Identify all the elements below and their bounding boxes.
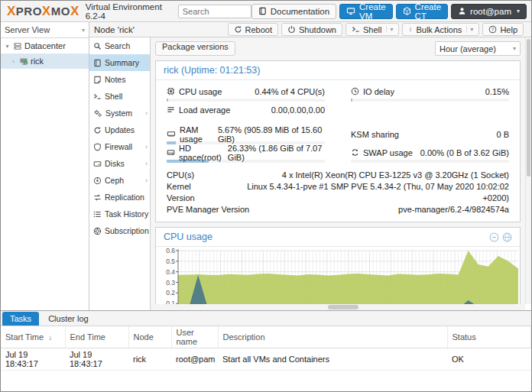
timeframe-select[interactable]: Hour (average) ▾ <box>435 41 521 56</box>
vertical-scrollbar-thumb[interactable] <box>527 39 530 177</box>
globe-icon[interactable] <box>502 232 512 242</box>
note-icon <box>93 76 102 84</box>
top-bar: XPROXMOX Virtual Environment 6.2-4 Docum… <box>1 1 531 22</box>
menu-item-replication[interactable]: Replication <box>89 189 150 206</box>
action-label: Reboot <box>245 25 272 34</box>
menu-item-notes[interactable]: Notes <box>89 71 150 88</box>
column-header-status[interactable]: Status <box>447 326 531 348</box>
action-label: Shell <box>363 25 381 34</box>
menu-item-label: Updates <box>105 125 135 134</box>
svg-text:?: ? <box>491 27 495 32</box>
menu-item-label: Disks <box>105 159 125 168</box>
column-header-user-name[interactable]: User name <box>171 326 218 348</box>
cpu-usage-chart-panel: CPU usage 00.10.20.30.40.50.62020-07-191… <box>155 227 521 304</box>
menu-item-updates[interactable]: Updates <box>89 121 150 138</box>
info-cpu-s-: CPU(s) 4 x Intel(R) Xeon(R) CPU E3-1225 … <box>167 170 509 181</box>
table-row[interactable]: Jul 19 18:43:17Jul 19 18:43:17rickroot@p… <box>1 348 531 371</box>
tree-item-label: rick <box>31 57 44 66</box>
minus-circle-icon[interactable] <box>489 232 499 242</box>
tree-item-datacenter[interactable]: ▾ Datacenter <box>1 38 89 53</box>
stat-value: 0.44% of 4 CPU(s) <box>255 87 325 96</box>
menu-item-label: Summary <box>105 58 139 67</box>
menu-item-firewall[interactable]: Firewall› <box>89 138 150 155</box>
bars-icon <box>167 105 175 114</box>
tree-item-rick[interactable]: › rick <box>1 53 89 69</box>
node-menu: Search Summary Notes Shell System› Updat… <box>89 37 151 310</box>
reboot-button[interactable]: Reboot <box>228 23 278 36</box>
column-header-end-time[interactable]: End Time <box>65 326 128 348</box>
logo-x3: X <box>70 4 79 18</box>
menu-item-search[interactable]: Search <box>89 37 150 54</box>
tab-cluster-log[interactable]: Cluster log <box>41 312 96 326</box>
expander-icon[interactable]: › <box>10 58 17 65</box>
logo-x2: X <box>42 4 51 18</box>
user-menu-button[interactable]: root@pam ▾ <box>451 4 527 19</box>
package-versions-button[interactable]: Package versions <box>155 41 235 56</box>
menu-item-label: Subscription <box>105 226 149 235</box>
refresh-icon <box>93 126 102 134</box>
stat-label: RAM usage <box>180 125 218 144</box>
stat-ksm-sharing: KSM sharing 0 B <box>351 128 509 147</box>
expander-icon[interactable]: ▾ <box>4 43 11 50</box>
menu-item-label: Shell <box>105 92 122 101</box>
column-header-description[interactable]: Description <box>218 326 447 348</box>
menu-item-summary[interactable]: Summary <box>89 54 150 71</box>
stat-progress-bar <box>351 99 509 102</box>
horizontal-scrollbar-thumb[interactable] <box>328 305 358 309</box>
global-search-input[interactable] <box>178 5 251 18</box>
disk-icon <box>93 160 102 168</box>
stat-swap-usage: SWAP usage 0.00% (0 B of 3.62 GiB) <box>351 147 509 165</box>
stat-value: 0.00% (0 B of 3.62 GiB) <box>420 148 509 157</box>
create-ct-label: Create CT <box>415 2 442 21</box>
svg-text:0.6: 0.6 <box>166 248 175 254</box>
column-header-node[interactable]: Node <box>128 326 171 348</box>
bulk-actions-button[interactable]: Bulk Actions▾ <box>402 23 479 36</box>
shell-button[interactable]: Shell▾ <box>345 23 399 36</box>
shield-icon <box>93 143 102 151</box>
create-vm-label: Create VM <box>359 2 386 21</box>
node-title: Node 'rick' <box>94 25 135 34</box>
menu-item-subscription[interactable]: Subscription <box>89 222 150 239</box>
menu-item-shell[interactable]: Shell <box>89 88 150 105</box>
table-cell: Jul 19 18:43:17 <box>1 348 65 371</box>
stat-value: 0.15% <box>485 87 509 96</box>
menu-item-system[interactable]: System› <box>89 105 150 121</box>
power-icon <box>287 25 296 34</box>
chevron-down-icon: ▾ <box>82 27 85 34</box>
stat-value: 0 B <box>496 130 509 139</box>
list-icon <box>93 210 102 219</box>
documentation-button[interactable]: Documentation <box>251 4 336 19</box>
tab-tasks[interactable]: Tasks <box>2 312 39 326</box>
menu-item-label: Replication <box>105 193 144 202</box>
clock-icon <box>351 87 359 96</box>
menu-item-label: Search <box>105 41 130 50</box>
horizontal-scrollbar[interactable] <box>151 304 525 310</box>
stat-progress-bar <box>167 99 325 102</box>
swap-icon <box>351 148 359 157</box>
create-ct-button[interactable]: Create CT <box>396 4 449 19</box>
info-value: Linux 5.4.34-1-pve #1 SMP PVE 5.4.34-2 (… <box>221 181 509 204</box>
vertical-scrollbar[interactable] <box>525 37 531 304</box>
menu-item-ceph[interactable]: Ceph› <box>89 172 150 189</box>
proxmox-logo: XPROXMOX <box>7 4 79 19</box>
column-header-start-time[interactable]: Start Time ↓ <box>1 326 65 348</box>
logo-text2: MO <box>51 5 70 18</box>
help-icon: ? <box>488 25 497 34</box>
shutdown-button[interactable]: Shutdown <box>281 23 342 36</box>
search-icon <box>93 42 102 50</box>
chevron-down-icon[interactable]: ▾ <box>386 26 393 33</box>
summary-content: Package versions Hour (average) ▾ rick (… <box>151 37 525 304</box>
stat-cpu-usage: CPU usage 0.44% of 4 CPU(s) <box>167 86 325 104</box>
svg-text:0.5: 0.5 <box>166 258 175 265</box>
stat-hd-space-root-: HD space(root) 26.33% (1.86 GiB of 7.07 … <box>167 147 325 165</box>
info-label: CPU(s) <box>167 170 194 181</box>
menu-item-task-history[interactable]: Task History <box>89 206 150 222</box>
create-vm-button[interactable]: Create VM <box>339 4 393 19</box>
server-view-selector[interactable]: Server View ▾ <box>1 22 89 38</box>
help-button[interactable]: ? Help <box>482 23 524 36</box>
chevron-down-icon[interactable]: ▾ <box>466 26 473 33</box>
tree-item-label: Datacenter <box>24 41 66 50</box>
tasks-table: Start Time ↓End TimeNodeUser nameDescrip… <box>1 326 531 371</box>
terminal-icon <box>352 25 360 34</box>
menu-item-disks[interactable]: Disks› <box>89 155 150 172</box>
